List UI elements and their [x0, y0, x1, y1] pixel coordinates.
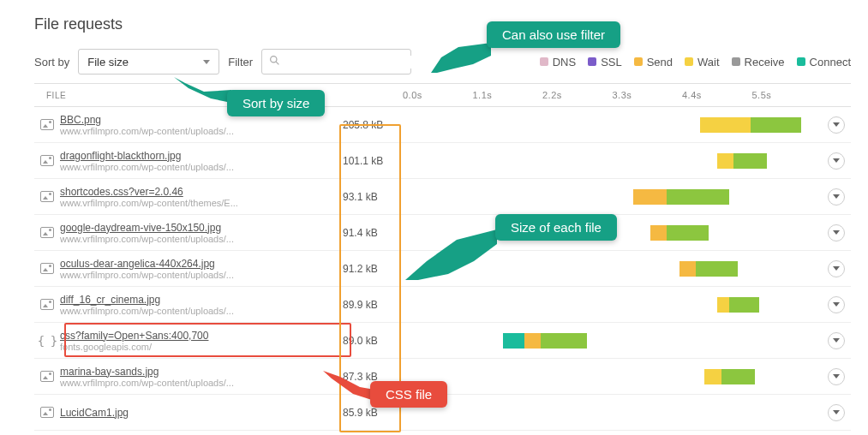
legend-item: DNS [540, 56, 576, 69]
timing-bar [696, 261, 738, 277]
timing-bar [704, 369, 721, 384]
table-row: { } css?family=Open+Sans:400,700 fonts.g… [34, 323, 851, 359]
file-path: www.vrfilmpro.com/wp-content/uploads/... [60, 126, 343, 136]
sort-value: File size [87, 56, 129, 69]
file-type-icon [34, 263, 60, 274]
table-row: diff_16_cr_cinema.jpg www.vrfilmpro.com/… [34, 287, 851, 323]
timing-cell [403, 107, 822, 142]
image-file-icon [40, 263, 54, 274]
timing-bar [633, 189, 667, 205]
legend-item: Send [634, 56, 673, 69]
svg-line-1 [276, 62, 278, 64]
svg-marker-2 [431, 43, 491, 73]
chevron-down-icon [833, 410, 840, 414]
file-name-link[interactable]: diff_16_cr_cinema.jpg [60, 294, 343, 306]
legend-label: Receive [745, 56, 785, 69]
filter-field[interactable] [261, 49, 411, 74]
timeline-tick: 3.3s [613, 90, 683, 100]
chevron-down-icon [833, 194, 840, 199]
expand-button[interactable] [828, 188, 845, 206]
expand-button[interactable] [828, 296, 845, 313]
table-row: BBC.png www.vrfilmpro.com/wp-content/upl… [34, 107, 851, 143]
file-name-link[interactable]: shortcodes.css?ver=2.0.46 [60, 186, 343, 198]
timing-cell [403, 287, 822, 322]
chevron-down-icon [833, 374, 840, 378]
expand-button[interactable] [828, 332, 845, 349]
timeline-tick: 0.0s [403, 90, 473, 100]
file-name-link[interactable]: css?family=Open+Sans:400,700 [60, 330, 343, 342]
expand-button[interactable] [828, 260, 845, 277]
expand-button[interactable] [828, 224, 845, 241]
timing-cell [403, 143, 822, 178]
file-type-icon [34, 191, 60, 202]
timing-bar [751, 117, 801, 133]
file-path: www.vrfilmpro.com/wp-content/uploads/... [60, 270, 343, 280]
image-file-icon [40, 155, 54, 166]
expand-button[interactable] [828, 404, 845, 421]
expand-button[interactable] [828, 152, 845, 170]
sort-select[interactable]: File size [78, 49, 219, 74]
table-row: shortcodes.css?ver=2.0.46 www.vrfilmpro.… [34, 179, 851, 215]
timeline-tick: 5.5s [752, 90, 823, 100]
file-name-link[interactable]: LucidCam1.jpg [60, 407, 343, 419]
file-path: www.vrfilmpro.com/wp-content/uploads/... [60, 234, 343, 244]
image-file-icon [40, 191, 54, 202]
legend-swatch [588, 57, 596, 66]
image-file-icon [40, 407, 54, 418]
callout-pointer [401, 227, 500, 283]
timing-bar [541, 333, 587, 349]
legend-label: DNS [553, 56, 576, 69]
legend-item: Wait [685, 56, 720, 69]
timing-bar [721, 369, 755, 384]
timing-bar [667, 225, 709, 241]
timing-bar [729, 297, 758, 313]
callout-sort: Sort by size [227, 90, 325, 116]
callout-size: Size of each file [495, 214, 617, 241]
file-name-link[interactable]: dragonflight-blackthorn.jpg [60, 150, 343, 162]
timing-bar [650, 225, 667, 241]
timing-bar [667, 189, 729, 205]
expand-button[interactable] [828, 116, 845, 134]
svg-point-0 [271, 57, 277, 63]
timing-bar [717, 153, 734, 169]
table-row: dragonflight-blackthorn.jpg www.vrfilmpr… [34, 143, 851, 179]
callout-css: CSS file [370, 381, 447, 408]
image-file-icon [40, 371, 54, 382]
file-size: 205.8 kB [343, 119, 403, 131]
legend-swatch [797, 57, 805, 66]
timing-bar [717, 297, 730, 313]
timing-cell [403, 179, 822, 214]
callout-filter: Can also use filter [487, 21, 620, 48]
file-type-icon [34, 371, 60, 382]
file-name-link[interactable]: google-daydream-vive-150x150.jpg [60, 222, 343, 234]
file-type-icon [34, 227, 60, 238]
file-path: www.vrfilmpro.com/wp-content/uploads/... [60, 162, 343, 172]
legend: DNSSSLSendWaitReceiveConnect [540, 56, 851, 69]
file-path: www.vrfilmpro.com/wp-content/uploads/... [60, 306, 343, 316]
legend-swatch [540, 57, 548, 66]
chevron-down-icon [833, 122, 840, 127]
image-file-icon [40, 227, 54, 238]
legend-swatch [685, 57, 693, 66]
callout-pointer [170, 73, 234, 109]
svg-marker-5 [323, 371, 374, 401]
file-name-link[interactable]: oculus-dear-angelica-440x264.jpg [60, 258, 343, 270]
file-name-link[interactable]: marina-bay-sands.jpg [60, 366, 343, 378]
timing-bar [700, 117, 751, 133]
file-size: 91.4 kB [343, 227, 403, 239]
timing-bar [524, 333, 542, 349]
timeline-tick: 4.4s [682, 90, 752, 100]
file-type-icon [34, 155, 60, 166]
file-path: fonts.googleapis.com/ [60, 342, 343, 352]
timeline-tick: 2.2s [542, 90, 613, 100]
file-size: 89.0 kB [343, 335, 403, 347]
filter-label: Filter [228, 56, 253, 69]
legend-label: Send [647, 56, 673, 69]
panel: File requests Sort by File size Filter D… [0, 0, 868, 435]
file-path: www.vrfilmpro.com/wp-content/uploads/... [60, 378, 343, 388]
chevron-down-icon [833, 302, 840, 307]
table-header: FILE 0.0s1.1s2.2s3.3s4.4s5.5s [34, 83, 851, 107]
image-file-icon [40, 299, 54, 310]
filter-input[interactable] [285, 56, 429, 69]
expand-button[interactable] [828, 368, 845, 385]
